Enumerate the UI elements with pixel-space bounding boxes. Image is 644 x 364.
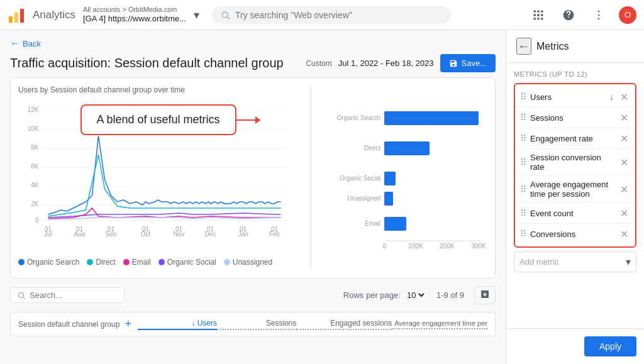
- svg-text:Feb: Feb: [269, 231, 280, 236]
- drag-icon[interactable]: ⠿: [520, 184, 526, 194]
- metric-remove-button[interactable]: ✕: [618, 207, 630, 219]
- apply-button[interactable]: Apply: [584, 336, 636, 356]
- metric-remove-button[interactable]: ✕: [618, 183, 630, 196]
- metric-remove-button[interactable]: ✕: [618, 132, 630, 145]
- logo: [8, 6, 25, 24]
- svg-text:12K: 12K: [28, 106, 39, 113]
- legend-item: Organic Social: [158, 258, 216, 267]
- legend-dot: [224, 259, 230, 265]
- export-button[interactable]: [474, 286, 496, 304]
- legend-label: Unassigned: [233, 258, 272, 267]
- th-avg-engagement[interactable]: Average engagement time per: [392, 319, 487, 329]
- save-icon: [449, 59, 458, 68]
- svg-text:300K: 300K: [471, 243, 486, 250]
- legend-dot: [87, 259, 93, 265]
- metric-name: Session conversion rate: [530, 153, 614, 172]
- add-metric-select[interactable]: Add metric: [519, 257, 622, 267]
- back-link[interactable]: ← Back: [10, 38, 41, 49]
- svg-rect-8: [534, 14, 536, 16]
- svg-text:Dec: Dec: [205, 231, 216, 236]
- metric-remove-button[interactable]: ✕: [618, 91, 630, 103]
- legend-dot: [158, 259, 165, 265]
- line-chart: Users by Session default channel group o…: [18, 85, 298, 270]
- rows-per-page-select[interactable]: 102550: [404, 290, 426, 301]
- drag-icon[interactable]: ⠿: [520, 92, 526, 102]
- svg-line-58: [23, 297, 25, 299]
- table-search[interactable]: [10, 287, 125, 303]
- chart-section: Users by Session default channel group o…: [10, 77, 496, 279]
- callout-arrow: [235, 119, 260, 121]
- svg-text:Oct: Oct: [141, 231, 151, 236]
- table-search-input[interactable]: [30, 290, 118, 300]
- metric-name: Event count: [530, 209, 614, 218]
- bar-unassigned: [384, 192, 393, 206]
- drag-icon[interactable]: ⠿: [520, 208, 526, 218]
- metric-remove-button[interactable]: ✕: [618, 228, 630, 240]
- svg-point-16: [598, 18, 600, 19]
- svg-rect-12: [537, 18, 539, 19]
- svg-line-4: [227, 16, 229, 18]
- property-dropdown-icon[interactable]: ▾: [194, 8, 199, 22]
- drag-icon[interactable]: ⠿: [520, 133, 526, 143]
- svg-rect-7: [541, 10, 543, 12]
- date-range: Jul 1, 2022 - Feb 18, 2023: [338, 58, 434, 68]
- svg-text:100K: 100K: [408, 243, 423, 250]
- panel-title: Metrics: [536, 41, 569, 52]
- search-bar[interactable]: [212, 6, 451, 24]
- svg-text:0: 0: [35, 217, 39, 224]
- svg-point-15: [598, 14, 600, 16]
- table-search-icon: [17, 291, 26, 300]
- metric-remove-button[interactable]: ✕: [618, 156, 630, 168]
- help-icon: [562, 9, 575, 21]
- add-metric-row[interactable]: Add metric ▾: [514, 251, 636, 272]
- metric-item: ⠿ Conversions ✕: [515, 224, 635, 244]
- legend-dot: [18, 259, 25, 265]
- svg-text:Unassigned: Unassigned: [347, 195, 380, 202]
- add-metric-chevron-icon: ▾: [626, 256, 631, 268]
- drag-icon[interactable]: ⠿: [520, 229, 526, 239]
- custom-label: Custom: [306, 59, 331, 68]
- svg-text:Email: Email: [365, 220, 380, 227]
- help-button[interactable]: [558, 5, 579, 25]
- more-button[interactable]: [589, 5, 609, 25]
- page-header: Traffic acquisition: Session default cha…: [10, 54, 496, 72]
- bar-chart: Organic Search Direct Organic Social Una…: [324, 85, 487, 270]
- metric-item: ⠿ Sessions ✕: [515, 108, 635, 128]
- svg-text:4K: 4K: [31, 182, 39, 189]
- panel-back-button[interactable]: ←: [516, 38, 531, 55]
- svg-text:6K: 6K: [31, 163, 39, 170]
- metric-remove-button[interactable]: ✕: [618, 111, 630, 124]
- th-sessions[interactable]: Sessions: [217, 319, 296, 330]
- top-nav: Analytics All accounts > OrbitMedia.com …: [0, 0, 644, 30]
- metric-sort-icon: ↓: [609, 92, 614, 102]
- metric-name: Engagement rate: [530, 134, 614, 143]
- drag-icon[interactable]: ⠿: [520, 157, 526, 167]
- apps-button[interactable]: [528, 5, 548, 25]
- legend-dot: [123, 259, 130, 265]
- metric-item: ⠿ Average engagement time per session ✕: [515, 176, 635, 203]
- svg-text:Organic Search: Organic Search: [337, 114, 380, 121]
- svg-point-3: [223, 12, 228, 18]
- search-input[interactable]: [235, 10, 442, 20]
- svg-rect-10: [541, 14, 543, 16]
- svg-text:Jul: Jul: [44, 231, 52, 236]
- more-icon: [592, 9, 605, 21]
- back-arrow-icon: ←: [10, 38, 20, 49]
- svg-rect-6: [537, 10, 539, 12]
- th-channel: Session default channel group +: [18, 317, 138, 331]
- svg-point-57: [18, 292, 23, 297]
- drag-icon[interactable]: ⠿: [520, 113, 526, 123]
- svg-text:Nov: Nov: [174, 231, 185, 236]
- right-panel: ← Metrics METRICS (UP TO 12) ⠿ Users ↓ ✕…: [506, 30, 644, 364]
- pagination-label: 1-9 of 9: [436, 290, 464, 300]
- th-engaged-sessions[interactable]: Engaged sessions: [297, 319, 392, 330]
- svg-rect-11: [534, 18, 536, 19]
- save-button[interactable]: Save...: [440, 54, 496, 72]
- th-users[interactable]: ↓ Users: [138, 319, 217, 330]
- add-dimension-button[interactable]: +: [125, 317, 131, 331]
- legend-label: Email: [132, 258, 151, 267]
- legend-label: Direct: [96, 258, 115, 267]
- legend-item: Organic Search: [18, 258, 79, 267]
- nav-account: All accounts > OrbitMedia.com [GA 4] htt…: [83, 5, 186, 25]
- avatar[interactable]: O: [619, 6, 636, 24]
